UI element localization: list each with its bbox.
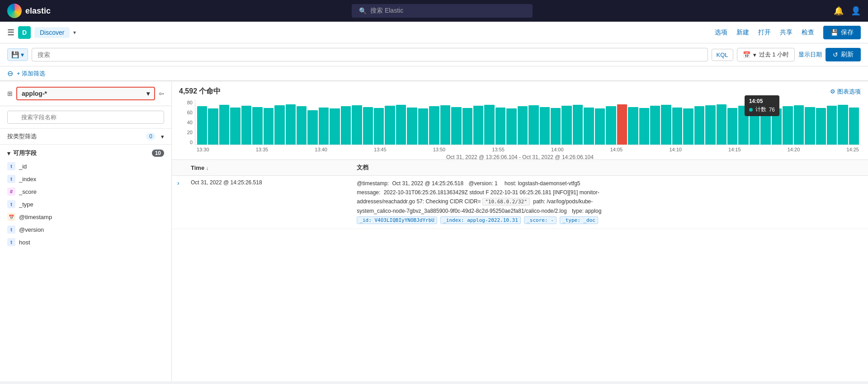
user-icon[interactable]: 👤 [851, 6, 861, 16]
bar-19[interactable] [407, 108, 417, 145]
bar-41[interactable] [650, 106, 660, 145]
bar-44[interactable] [683, 108, 693, 145]
results-section[interactable]: Time ↓ 文档 › Oct 31, 2022 @ 14:25:26.518 [172, 160, 868, 381]
alert-icon[interactable]: 🔔 [834, 6, 844, 16]
bar-40[interactable] [639, 108, 649, 145]
bar-11[interactable] [319, 108, 329, 145]
options-button[interactable]: 选项 [715, 28, 727, 37]
bar-45[interactable] [694, 106, 704, 145]
bar-25[interactable] [473, 106, 483, 145]
collapse-sidebar-icon[interactable]: ⇦ [159, 90, 164, 97]
bar-16[interactable] [374, 108, 384, 145]
open-button[interactable]: 打开 [758, 28, 771, 37]
time-picker[interactable]: 📅 ▾ 过去 1 小时 [737, 48, 795, 61]
bar-30[interactable] [528, 105, 538, 145]
field-item-index[interactable]: t _index [7, 173, 164, 185]
bar-49[interactable] [738, 106, 748, 145]
bar-12[interactable] [330, 108, 340, 145]
bar-17[interactable] [385, 106, 395, 145]
bar-24[interactable] [462, 108, 472, 145]
field-item-type[interactable]: t _type [7, 198, 164, 211]
bar-43[interactable] [672, 108, 682, 145]
bar-56[interactable] [816, 108, 826, 145]
time-col-header[interactable]: Time ↓ [185, 160, 351, 176]
bar-59[interactable] [849, 108, 859, 145]
global-search-bar[interactable]: 🔍 搜索 Elastic [352, 4, 533, 18]
bar-53[interactable] [783, 106, 793, 145]
bar-35[interactable] [584, 108, 594, 145]
bar-29[interactable] [518, 106, 528, 145]
bar-2[interactable] [219, 105, 229, 145]
chart-bars[interactable]: 14:05 计数 76 [195, 100, 861, 145]
bar-33[interactable] [561, 106, 571, 145]
bar-20[interactable] [418, 108, 428, 145]
saved-search-icon[interactable]: 💾 ▾ [7, 48, 28, 61]
bar-38[interactable] [617, 104, 627, 145]
bar-18[interactable] [396, 105, 406, 145]
field-item-host[interactable]: t host [7, 236, 164, 248]
bar-9[interactable] [297, 106, 307, 145]
bar-6[interactable] [264, 108, 274, 145]
add-filter-button[interactable]: + 添加筛选 [17, 70, 45, 78]
filter-icon[interactable]: ⊖ [7, 69, 13, 78]
hamburger-menu[interactable]: ☰ [7, 28, 14, 37]
kql-toggle[interactable]: KQL [712, 49, 733, 61]
bar-51[interactable] [760, 102, 770, 145]
bar-10[interactable] [307, 110, 317, 145]
search-input[interactable] [38, 51, 702, 58]
bar-13[interactable] [341, 106, 351, 145]
bar-23[interactable] [451, 107, 461, 145]
bar-26[interactable] [484, 105, 494, 145]
bar-3[interactable] [230, 108, 240, 145]
expand-button[interactable]: › [177, 179, 179, 187]
bar-54[interactable] [794, 105, 804, 145]
app-name-button[interactable]: Discover [34, 27, 70, 38]
index-pattern-dropdown[interactable]: applog-* ▾ [16, 87, 155, 100]
display-date-button[interactable]: 显示日期 [798, 51, 822, 59]
bar-36[interactable] [595, 108, 605, 145]
bar-50[interactable] [750, 105, 760, 145]
bar-32[interactable] [551, 108, 561, 145]
bar-52[interactable] [772, 108, 782, 145]
type-filter[interactable]: 按类型筛选 0 ▾ [0, 129, 171, 145]
bar-15[interactable] [363, 107, 373, 145]
share-button[interactable]: 共享 [780, 28, 793, 37]
bar-48[interactable] [727, 108, 737, 145]
search-input-wrapper[interactable] [32, 48, 708, 61]
bar-22[interactable] [440, 105, 450, 145]
bar-4[interactable] [241, 106, 251, 145]
new-button[interactable]: 新建 [736, 28, 749, 37]
bar-31[interactable] [540, 107, 550, 145]
field-search-input[interactable] [7, 111, 164, 124]
field-item-score[interactable]: # _score [7, 185, 164, 198]
field-item-id[interactable]: t _id [7, 160, 164, 173]
bar-7[interactable] [274, 105, 284, 145]
bar-47[interactable] [717, 104, 726, 145]
bar-21[interactable] [429, 106, 439, 145]
bar-8[interactable] [286, 104, 296, 145]
bar-55[interactable] [805, 107, 815, 145]
bar-58[interactable] [838, 105, 848, 145]
inspect-button[interactable]: 检查 [802, 28, 814, 37]
bar-1[interactable] [208, 108, 218, 145]
chart-options-button[interactable]: ⚙ 图表选项 [830, 88, 861, 96]
bar-28[interactable] [506, 108, 516, 145]
bar-46[interactable] [705, 105, 715, 145]
bar-27[interactable] [495, 108, 505, 145]
bar-57[interactable] [827, 106, 837, 145]
bar-34[interactable] [573, 105, 583, 145]
bar-42[interactable] [661, 105, 671, 145]
bar-39[interactable] [628, 107, 638, 145]
refresh-button[interactable]: ↺ 刷新 [826, 48, 861, 61]
bar-0[interactable] [197, 106, 207, 145]
field-item-version[interactable]: t @version [7, 223, 164, 236]
field-item-timestamp[interactable]: 📅 @timestamp [7, 211, 164, 223]
elastic-logo[interactable]: elastic [7, 4, 51, 18]
expand-cell[interactable]: › [172, 176, 185, 229]
bar-5[interactable] [252, 107, 262, 145]
bar-14[interactable] [352, 105, 362, 145]
available-fields-header[interactable]: ▾ 可用字段 10 [7, 145, 164, 160]
app-chevron-icon[interactable]: ▾ [73, 29, 76, 36]
bar-37[interactable] [606, 106, 616, 145]
save-button[interactable]: 💾 保存 [823, 26, 861, 39]
